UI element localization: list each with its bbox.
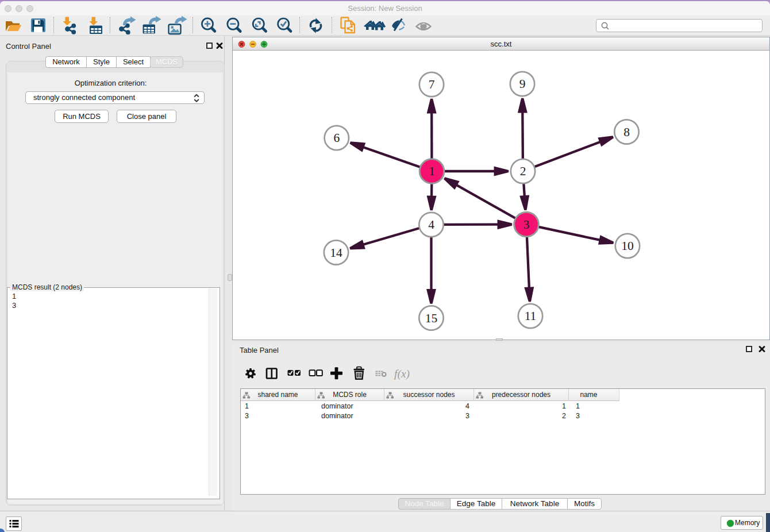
svg-text:8: 8 (623, 125, 630, 139)
svg-text:f(x): f(x) (394, 368, 410, 380)
svg-text:6: 6 (333, 131, 340, 145)
svg-text:4: 4 (428, 218, 434, 232)
svg-text:3: 3 (523, 218, 530, 232)
svg-text:11: 11 (525, 309, 537, 323)
svg-text:14: 14 (330, 246, 342, 260)
svg-text:1: 1 (429, 164, 435, 178)
svg-text:9: 9 (519, 77, 526, 91)
svg-text:2: 2 (520, 164, 526, 178)
svg-text:10: 10 (621, 239, 634, 253)
svg-text:7: 7 (429, 78, 435, 91)
svg-text:15: 15 (425, 311, 438, 325)
